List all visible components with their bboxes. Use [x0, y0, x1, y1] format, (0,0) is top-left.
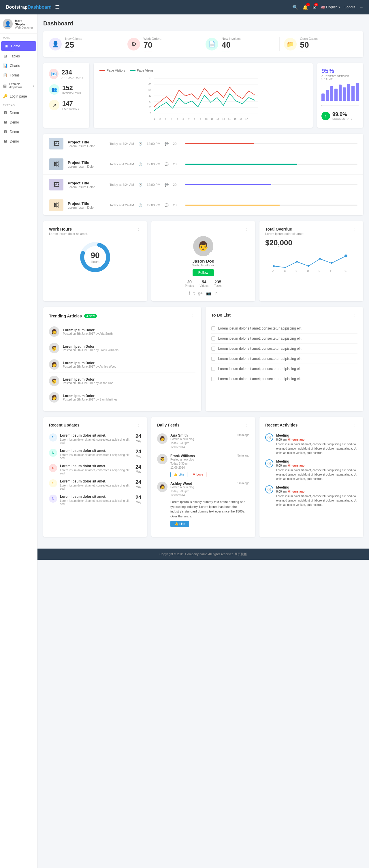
sidebar-item-demo3[interactable]: 🖥 Demo [0, 127, 37, 136]
svg-text:6: 6 [182, 118, 184, 120]
todo-checkbox[interactable] [211, 367, 215, 371]
search-icon[interactable]: 🔍 [292, 5, 298, 10]
project-title: Project Title [68, 202, 105, 206]
language-label: English [326, 5, 337, 9]
sidebar-item-login[interactable]: 🔑 Login page [0, 91, 37, 101]
bottom-row1: Work Hours Lorem ipsum dolor sit amet. ⋮… [43, 221, 363, 301]
instagram-icon[interactable]: 📷 [206, 291, 211, 296]
project-bar [185, 205, 358, 206]
work-orders-bar [143, 51, 152, 51]
overdue-sub: Lorem ipsum dolor sit amet. [265, 232, 304, 236]
open-cases-value: 50 [300, 40, 318, 50]
project-bar-fill [185, 164, 297, 165]
svg-text:10: 10 [205, 118, 207, 120]
trending-new-badge: 4 New [84, 314, 97, 318]
recent-activities-menu[interactable]: ⋮ [352, 423, 358, 429]
follow-button[interactable]: Follow [193, 269, 214, 276]
like-button[interactable]: 👍 Like [170, 472, 188, 477]
stat-card-new-invoices: 📄 New Invoices 40 [206, 37, 280, 51]
svg-text:3: 3 [165, 118, 167, 120]
project-date: Today at 4:24 AM [109, 142, 134, 146]
feed-name: Frank Williams [170, 454, 195, 458]
overdue-menu[interactable]: ⋮ [352, 227, 358, 233]
bottom-row3: Recent Updates ⋮ ↻ Lorem ipsum dolor sit… [43, 417, 363, 537]
sidebar-item-demo4[interactable]: 🖥 Demo [0, 136, 37, 146]
todo-menu[interactable]: ⋮ [352, 313, 358, 319]
daily-feeds-menu[interactable]: ⋮ [244, 423, 249, 429]
update-item: ↻ Lorem ipsum dolor sit amet. Lorem ipsu… [49, 433, 141, 444]
project-bar [185, 164, 358, 165]
article-title: Lorem Ipsum Dolor [63, 345, 119, 349]
svg-text:16: 16 [240, 118, 242, 120]
feed-avatar: 👩 [157, 433, 167, 444]
sidebar-item-demo1[interactable]: 🖥 Demo [0, 108, 37, 118]
hamburger-icon[interactable]: ☰ [55, 4, 60, 10]
feed-like-button[interactable]: 👍 Like [170, 521, 189, 527]
feed-date2: 12.06.2014 [170, 445, 194, 449]
open-cases-icon: 📁 [284, 38, 297, 51]
comment-icon: 💬 [165, 204, 169, 207]
update-date: 24 May [135, 433, 141, 443]
user-role: Web Designer [15, 26, 34, 29]
project-meta: Today at 4:24 AM 🕐 12:00 PM 💬 20 [109, 142, 358, 146]
sidebar-item-label: Demo [10, 130, 19, 134]
article-avatar: 👩 [49, 359, 59, 370]
sidebar-item-tables[interactable]: ⊟ Tables [0, 51, 37, 61]
activity-title: Meeting [276, 433, 358, 437]
sidebar-item-home[interactable]: ⊞ Home [1, 41, 36, 51]
legend-visitors: Page Visitors [99, 69, 125, 72]
love-button[interactable]: ❤ Love [190, 472, 206, 477]
googleplus-icon[interactable]: g+ [198, 291, 203, 296]
applications-num: 234 [61, 69, 83, 76]
sidebar-item-label: Tables [10, 54, 20, 58]
article-author: Posted on 5th June 2017 by Frank William… [63, 349, 119, 352]
todo-checkbox[interactable] [211, 337, 215, 341]
notification-icon[interactable]: 🔔1 [302, 5, 308, 10]
sidebar-item-label: Example dropdown [9, 83, 31, 89]
trending-menu[interactable]: ⋮ [190, 313, 196, 319]
new-invoices-bar [222, 51, 230, 51]
todo-checkbox[interactable] [211, 377, 215, 381]
counter-applications: 📧 234 APPLICATIONS [49, 69, 83, 79]
project-thumb: 🖼 [49, 179, 63, 190]
sidebar-item-forms[interactable]: 📋 Forms [0, 70, 37, 80]
update-title: Lorem ipsum dolor sit amet. [60, 449, 133, 453]
update-sub: Lorem ipsum dolor sit amet, consectetur … [60, 438, 133, 444]
todo-checkbox[interactable] [211, 356, 215, 361]
new-clients-bar [65, 51, 74, 51]
project-row: 🖼 Project Title Lorem Ipsum Dolor Today … [43, 195, 363, 215]
article-item: 👩 Lorem Ipsum Dolor Posted on 5th June 2… [49, 389, 196, 405]
todo-checkbox[interactable] [211, 327, 215, 331]
success-icon: ↑ [322, 112, 330, 120]
activity-hours: 6 hours ago [288, 438, 305, 441]
activity-time: 8:00 am 6 hours ago [276, 438, 358, 441]
profile-stat-photos: 20 Photos [185, 280, 194, 287]
update-item: ↻ Lorem ipsum dolor sit amet. Lorem ipsu… [49, 464, 141, 475]
work-hours-menu[interactable]: ⋮ [136, 227, 141, 233]
sidebar-extras-label: EXTRAS [0, 101, 37, 108]
linkedin-icon[interactable]: in [214, 291, 217, 296]
update-item: ↻ Lorem ipsum dolor sit amet. Lorem ipsu… [49, 449, 141, 460]
profile-card: ⋮ 👨 Jason Doe Web Developer Follow 20 Ph… [152, 221, 255, 301]
message-icon[interactable]: ✉5 [312, 5, 316, 10]
sidebar-item-demo2[interactable]: 🖥 Demo [0, 118, 37, 127]
forwards-label: FORWARDS [62, 107, 79, 110]
update-day: 24 [135, 495, 141, 501]
svg-text:C: C [296, 270, 298, 272]
logout-button[interactable]: Logout [344, 5, 355, 9]
todo-checkbox[interactable] [211, 347, 215, 351]
language-selector[interactable]: 🇺🇸 English ▾ [321, 5, 340, 9]
feed-actions: 👍 Like ❤ Love [170, 472, 249, 477]
svg-text:17: 17 [245, 118, 248, 120]
article-author: Posted on 5th June 2017 by Ashley Wood [63, 365, 116, 368]
profile-menu[interactable]: ⋮ [244, 227, 249, 233]
open-cases-label: Open Cases [300, 37, 318, 40]
sidebar-item-charts[interactable]: 📊 Charts [0, 61, 37, 70]
twitter-icon[interactable]: t [194, 291, 195, 296]
update-day: 24 [135, 449, 141, 455]
recent-updates-menu[interactable]: ⋮ [136, 423, 141, 429]
article-title: Lorem Ipsum Dolor [63, 361, 116, 365]
facebook-icon[interactable]: f [189, 291, 190, 296]
svg-text:11: 11 [211, 118, 213, 120]
sidebar-item-dropdown[interactable]: ▤ Example dropdown › [0, 80, 37, 91]
